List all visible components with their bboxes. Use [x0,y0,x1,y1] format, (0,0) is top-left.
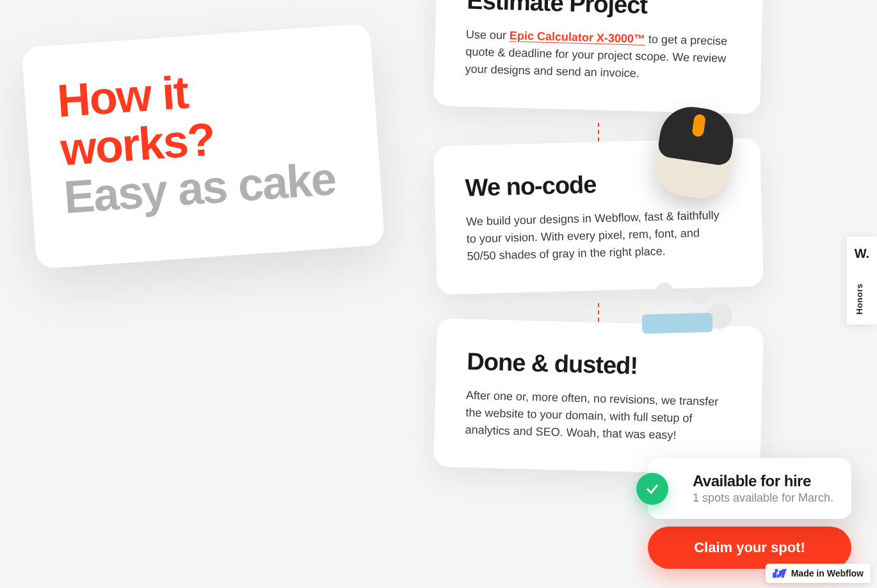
step-text: After one or, more often, no revisions, … [465,387,731,446]
cta-widget: Available for hire 1 spots available for… [648,458,851,569]
availability-card: Available for hire 1 spots available for… [648,458,851,519]
how-it-works-card: How it works? Easy as cake [22,23,385,269]
honors-tab[interactable]: W. Honors [847,237,877,324]
cta-subtitle: 1 spots available for March. [693,491,833,505]
step-text: We build your designs in Webflow, fast &… [466,207,732,266]
mouse-icon [657,119,742,204]
pencil-icon [659,0,744,29]
cta-title: Available for hire [693,472,833,490]
step-card-nocode: We no-code We build your designs in Webf… [433,138,764,294]
webflow-icon [773,569,787,578]
step-text: Use our Epic Calculator X-3000™ to get a… [465,26,731,85]
step-text-before: Use our [466,28,510,42]
awwwards-logo: W. [855,246,869,261]
step-card-estimate: Estimate Project Use our Epic Calculator… [433,0,764,115]
check-icon [636,473,668,505]
steps-column: Estimate Project Use our Epic Calculator… [435,0,762,497]
webflow-badge[interactable]: Made in Webflow [766,564,871,583]
step-card-done: Done & dusted! After one or, more often,… [433,318,764,475]
webflow-badge-text: Made in Webflow [791,568,864,578]
calculator-link[interactable]: Epic Calculator X-3000™ [510,29,646,45]
cloud-icon [659,305,744,390]
honors-label: Honors [855,283,864,315]
claim-spot-button[interactable]: Claim your spot! [648,527,851,569]
